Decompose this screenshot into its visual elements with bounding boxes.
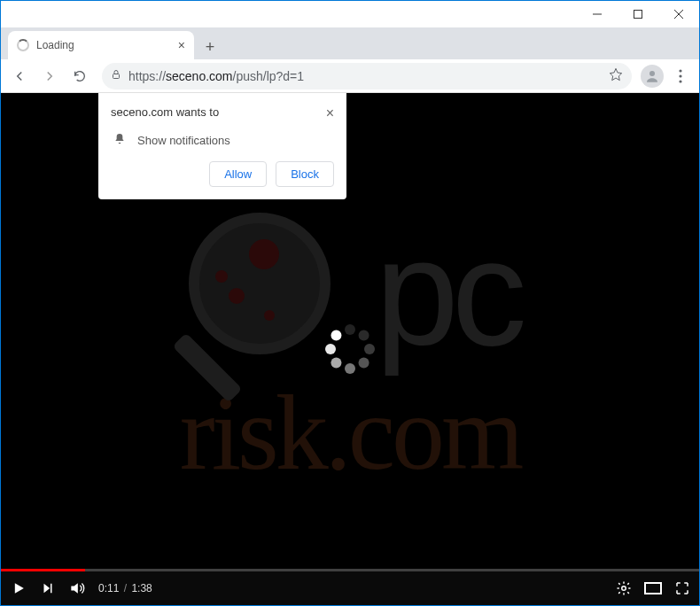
fullscreen-button[interactable] bbox=[674, 580, 690, 596]
back-button[interactable] bbox=[6, 63, 33, 89]
page-content: pc risk.com seceno.com wants to × bbox=[1, 93, 699, 605]
settings-gear-icon[interactable] bbox=[616, 580, 632, 596]
browser-toolbar: https://seceno.com/push/lp?d=1 bbox=[1, 59, 699, 93]
window-titlebar bbox=[1, 1, 699, 27]
video-controls: 0:11 / 1:38 bbox=[1, 571, 699, 605]
tab-close-button[interactable]: × bbox=[178, 38, 185, 52]
profile-avatar-button[interactable] bbox=[641, 65, 664, 88]
watermark-pc-text: pc bbox=[375, 232, 520, 353]
volume-button[interactable] bbox=[68, 579, 86, 597]
svg-rect-1 bbox=[634, 11, 642, 19]
svg-point-6 bbox=[679, 69, 681, 72]
forward-button[interactable] bbox=[36, 63, 63, 89]
permission-origin-text: seceno.com wants to bbox=[111, 105, 219, 121]
watermark-risk-text: risk.com bbox=[180, 372, 521, 494]
allow-button[interactable]: Allow bbox=[209, 161, 267, 187]
play-button[interactable] bbox=[10, 579, 27, 597]
reload-button[interactable] bbox=[66, 63, 93, 89]
tab-title: Loading bbox=[36, 39, 171, 51]
svg-rect-11 bbox=[645, 583, 661, 594]
url-text: https://seceno.com/push/lp?d=1 bbox=[128, 69, 304, 83]
permission-close-button[interactable]: × bbox=[326, 105, 334, 121]
url-host: seceno.com bbox=[166, 69, 232, 83]
theater-mode-button[interactable] bbox=[644, 582, 662, 594]
url-protocol: https:// bbox=[128, 69, 166, 83]
video-time-display: 0:11 / 1:38 bbox=[98, 582, 152, 594]
url-path: /push/lp?d=1 bbox=[233, 69, 305, 83]
address-bar[interactable]: https://seceno.com/push/lp?d=1 bbox=[102, 63, 632, 89]
svg-point-5 bbox=[649, 71, 655, 76]
tab-loading-spinner-icon bbox=[17, 39, 29, 51]
browser-tab[interactable]: Loading × bbox=[8, 31, 194, 59]
svg-rect-4 bbox=[113, 74, 120, 79]
video-current-time: 0:11 bbox=[98, 582, 119, 594]
new-tab-button[interactable]: + bbox=[198, 35, 222, 59]
lock-icon bbox=[111, 68, 121, 83]
svg-point-8 bbox=[679, 80, 681, 82]
svg-rect-9 bbox=[51, 584, 52, 594]
window-close-button[interactable] bbox=[658, 1, 699, 27]
window-maximize-button[interactable] bbox=[618, 1, 658, 27]
svg-point-10 bbox=[622, 587, 626, 591]
next-button[interactable] bbox=[40, 580, 56, 596]
video-duration: 1:38 bbox=[131, 582, 152, 594]
browser-tabstrip: Loading × + bbox=[1, 27, 699, 59]
block-button[interactable]: Block bbox=[276, 161, 334, 187]
bookmark-star-icon[interactable] bbox=[609, 67, 623, 84]
permission-label: Show notifications bbox=[137, 134, 230, 147]
window-minimize-button[interactable] bbox=[577, 1, 618, 27]
browser-menu-button[interactable] bbox=[667, 63, 694, 89]
svg-point-7 bbox=[679, 74, 681, 77]
time-separator: / bbox=[124, 582, 130, 594]
bell-icon bbox=[113, 132, 127, 149]
loading-spinner-icon bbox=[322, 321, 378, 377]
notification-permission-popup: seceno.com wants to × Show notifications… bbox=[98, 93, 346, 199]
